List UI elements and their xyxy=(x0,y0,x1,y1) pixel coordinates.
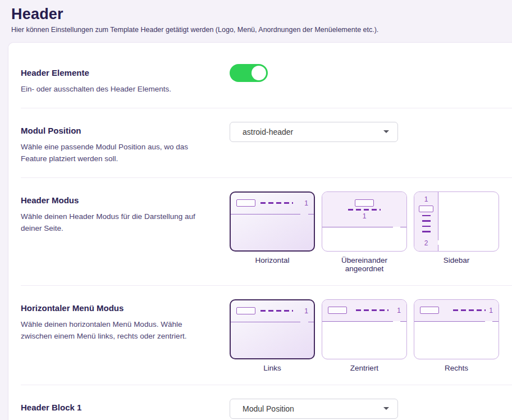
select-value: Modul Position xyxy=(243,404,294,413)
setting-row-menue-modus: Horizontaler Menü Modus Wähle deinen hor… xyxy=(21,286,512,385)
menu-dashes-icon xyxy=(260,310,293,312)
page-header: Header Hier können Einstellungen zum Tem… xyxy=(0,0,512,34)
menu-center-preview-icon: 1 xyxy=(322,299,407,359)
setting-row-header-block-1: Header Block 1 Wähle deinen Inhalt zur A… xyxy=(21,385,512,420)
option-rechts[interactable]: 1 Rechts xyxy=(414,299,499,372)
sidebar-layout-preview-icon: 1 2 xyxy=(414,191,499,252)
setting-label: Modul Position xyxy=(21,126,211,135)
page-subtitle: Hier können Einstellungen zum Template H… xyxy=(11,26,501,34)
setting-description: Wähle deinen Header Modus für die Darste… xyxy=(21,211,211,235)
setting-row-header-elemente: Header Elemente Ein- oder ausschalten de… xyxy=(21,46,512,108)
logo-placeholder-icon xyxy=(420,307,439,314)
setting-description: Wähle deinen horizontalen Menü Modus. Wä… xyxy=(21,319,211,343)
option-caption: Zentriert xyxy=(322,364,407,372)
menu-left-preview-icon: 1 xyxy=(230,299,315,359)
setting-row-modul-position: Modul Position Wähle eine passende Modul… xyxy=(21,108,512,178)
option-caption: Sidebar xyxy=(414,256,499,264)
setting-row-header-modus: Header Modus Wähle deinen Header Modus f… xyxy=(21,178,512,286)
header-elemente-toggle[interactable] xyxy=(230,64,268,82)
logo-placeholder-icon xyxy=(236,307,255,314)
setting-description: Ein- oder ausschalten des Header Element… xyxy=(21,84,211,95)
chevron-down-icon xyxy=(383,130,389,133)
chevron-down-icon xyxy=(383,407,389,410)
option-uebereinander[interactable]: 1 Übereinander angeordnet xyxy=(322,191,407,273)
menue-modus-options: 1 Links 1 Zentriert xyxy=(230,299,512,372)
logo-placeholder-icon xyxy=(328,307,347,314)
settings-card: Header Elemente Ein- oder ausschalten de… xyxy=(8,42,512,420)
option-zentriert[interactable]: 1 Zentriert xyxy=(322,299,407,372)
stacked-layout-preview-icon: 1 xyxy=(322,191,407,252)
toggle-knob xyxy=(252,66,266,80)
option-caption: Rechts xyxy=(414,364,499,372)
setting-description: Wähle eine passende Modul Position aus, … xyxy=(21,141,211,165)
modul-position-select[interactable]: astroid-header xyxy=(230,122,398,142)
logo-placeholder-icon xyxy=(355,199,374,207)
option-caption: Übereinander angeordnet xyxy=(322,256,407,273)
setting-label: Header Elemente xyxy=(21,68,211,77)
option-horizontal[interactable]: 1 Horizontal xyxy=(230,191,315,273)
option-caption: Horizontal xyxy=(230,256,315,264)
option-caption: Links xyxy=(230,364,315,372)
menu-right-preview-icon: 1 xyxy=(414,299,499,359)
header-modus-options: 1 Horizontal 1 Über xyxy=(230,191,512,273)
menu-dashes-icon xyxy=(260,202,293,204)
menu-dashes-icon xyxy=(356,309,388,311)
option-sidebar[interactable]: 1 2 Sidebar xyxy=(414,191,499,273)
setting-label: Header Block 1 xyxy=(21,403,211,412)
menu-dashes-icon xyxy=(453,309,486,311)
menu-dashes-icon xyxy=(348,209,381,211)
option-links[interactable]: 1 Links xyxy=(230,299,315,372)
setting-label: Header Modus xyxy=(21,195,211,205)
logo-placeholder-icon xyxy=(419,206,433,212)
setting-label: Horizontaler Menü Modus xyxy=(21,303,211,313)
select-value: astroid-header xyxy=(243,127,293,136)
horizontal-layout-preview-icon: 1 xyxy=(230,191,315,252)
header-block-1-select[interactable]: Modul Position xyxy=(230,399,398,419)
logo-placeholder-icon xyxy=(236,199,255,207)
page-title: Header xyxy=(11,6,501,23)
